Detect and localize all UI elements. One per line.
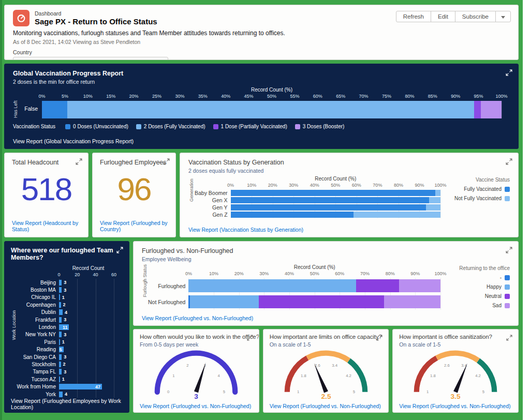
expand-button[interactable] (505, 246, 513, 256)
bar[interactable] (59, 332, 62, 337)
axis-tick: 45% (244, 94, 254, 99)
view-report-link[interactable]: View Report (Furloughed vs. Non-Furlough… (270, 403, 382, 409)
bar[interactable] (59, 369, 62, 374)
bar-value: 3 (64, 369, 66, 374)
gauge-tick-label: 3.4 (332, 363, 337, 368)
bar-segment[interactable] (42, 101, 67, 118)
category-label: Beijing (17, 279, 56, 286)
bar[interactable]: 5 (59, 347, 64, 352)
axis-tick: 60% (313, 94, 322, 99)
panel-title: Total Headcount (12, 159, 81, 166)
bar-value: 5 (60, 347, 64, 352)
view-report-link[interactable]: View Report (Furloughed Employees by Wor… (11, 398, 123, 410)
bar[interactable] (59, 377, 60, 382)
chevron-down-icon (501, 16, 505, 19)
expand-button[interactable] (162, 157, 171, 168)
bar-segment[interactable] (384, 295, 440, 308)
panel-title: Global Vaccination Progress Report (13, 70, 510, 77)
bar-segment[interactable] (231, 197, 429, 203)
legend-swatch (505, 303, 510, 308)
view-report-link[interactable]: View Report (Furloughed vs. Non-Furlough… (140, 403, 253, 409)
panel-subtitle: On a scale of 1-5 (270, 341, 382, 348)
bar[interactable] (59, 392, 63, 397)
expand-button[interactable] (505, 157, 513, 168)
category-label: New York NY (17, 331, 56, 338)
legend-swatch (505, 294, 510, 299)
gauge-tick-label: 2 (186, 363, 188, 368)
bar[interactable] (59, 302, 61, 308)
chart-row: 3 (59, 279, 117, 286)
wellbeing-chart: Furlough Status FurloughedNot Furloughed… (142, 264, 510, 311)
bar-segment[interactable] (259, 295, 384, 308)
bar-segment[interactable] (188, 279, 356, 292)
bottom-right-column: Furloughed vs. Non-Furloughed Employee W… (133, 241, 519, 413)
bar[interactable] (59, 309, 63, 315)
expand-button[interactable] (505, 334, 513, 343)
bar[interactable] (59, 294, 60, 300)
axis-tick: 20% (129, 94, 139, 99)
edit-button[interactable]: Edit (431, 11, 455, 22)
bar[interactable] (59, 317, 62, 323)
axis-tick: 90% (415, 183, 424, 188)
bar-value: 1 (62, 295, 65, 300)
view-report-link[interactable]: View Report (Furloughed vs. Non-Furlough… (142, 315, 510, 321)
x-axis-ticks: 0%10%20%30%40%50%60%70%80%90%100% (188, 271, 440, 278)
bar-segment[interactable] (231, 204, 426, 211)
legend-item: 2 Doses (Fully Vaccinated) (136, 124, 205, 129)
view-report-link[interactable]: View Report (Global Vaccination Progress… (13, 138, 510, 144)
expand-icon (247, 335, 253, 341)
expand-button[interactable] (115, 246, 124, 256)
bar-value: 1 (62, 339, 65, 344)
view-report-link[interactable]: View Report (Headcount by Status) (12, 220, 81, 232)
bar[interactable]: 47 (59, 384, 102, 389)
bar[interactable] (59, 280, 62, 286)
bar[interactable] (59, 354, 62, 360)
bar-segment[interactable] (399, 279, 440, 292)
axis-tick: 100% (495, 94, 507, 99)
expand-button[interactable] (246, 334, 254, 343)
bar-segment[interactable] (435, 190, 440, 196)
axis-tick: 50% (267, 94, 276, 99)
stacked-bar (231, 212, 440, 218)
bar[interactable] (59, 287, 62, 293)
axis-tick: 25% (152, 94, 161, 99)
expand-button[interactable] (75, 157, 83, 168)
axis-tick: 55% (290, 94, 299, 99)
refresh-button[interactable]: Refresh (396, 11, 431, 22)
bar-segment[interactable] (231, 212, 354, 218)
category-label: Paris (17, 338, 56, 346)
more-actions-button[interactable] (495, 11, 511, 22)
bar-segment[interactable] (231, 190, 435, 196)
furloughed-locations-panel: Where were our furloughed Team Members? … (4, 241, 129, 413)
expand-button[interactable] (375, 334, 384, 343)
bar-segment[interactable] (190, 295, 259, 308)
bar-segment[interactable] (429, 197, 440, 203)
chart-legend: Vaccine StatusFully VaccinatedNot Fully … (449, 176, 510, 218)
gauge-chart: 11.82.63.44.252.5 (277, 349, 375, 401)
country-filter-select[interactable]: All (13, 57, 168, 60)
bar-segment[interactable] (354, 212, 440, 218)
bar-segment[interactable] (356, 279, 399, 292)
gauge-tick-label: 4.2 (346, 373, 351, 378)
bar-segment[interactable] (426, 204, 440, 211)
panel-subtitle: 2 doses equals fully vaccinated (188, 168, 510, 174)
view-report-link[interactable]: View Report (Vaccination Status by Gener… (188, 227, 510, 233)
view-report-link[interactable]: View Report (Furloughed by Country) (100, 220, 168, 232)
subscribe-button[interactable]: Subscribe (455, 11, 496, 22)
header-titles: Dashboard Sage PX - Return to Office Sta… (35, 10, 157, 26)
bar[interactable] (59, 362, 61, 367)
bar-segment[interactable] (481, 101, 502, 118)
legend-item: Neutral (485, 293, 510, 299)
generation-bars (231, 189, 440, 218)
legend-swatch (505, 284, 510, 290)
bar[interactable] (59, 339, 60, 345)
bar-segment[interactable] (474, 101, 481, 118)
axis-tick: 0% (185, 271, 192, 276)
expand-button[interactable] (505, 68, 513, 79)
chart-row: 3 (59, 286, 117, 293)
axis-tick: 30% (259, 271, 269, 276)
bar-segment[interactable] (67, 101, 474, 118)
panel-title: Where were our furloughed Team Members? (11, 247, 123, 261)
bar[interactable]: 11 (59, 324, 69, 330)
view-report-link[interactable]: View Report (Furloughed vs. Non-Furlough… (399, 403, 512, 409)
